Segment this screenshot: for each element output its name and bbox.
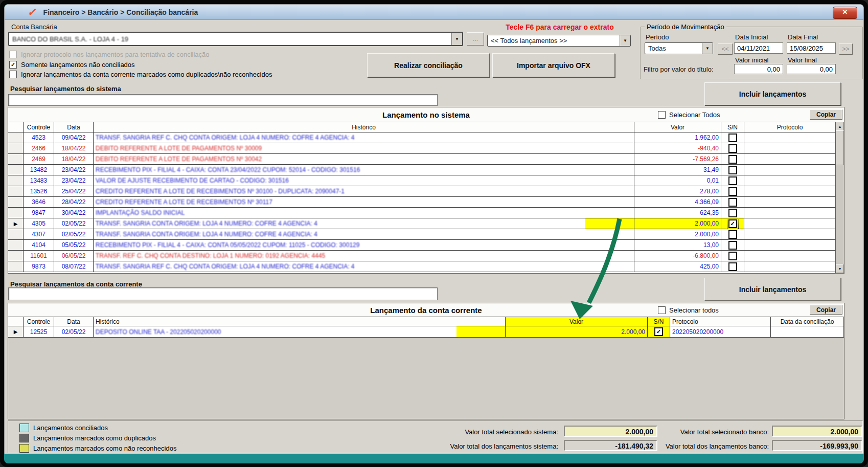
valor-cell: -940,40: [634, 143, 721, 154]
sn-checkbox[interactable]: [728, 230, 737, 239]
conta-bancaria-select[interactable]: BANCO DO BRASIL S.A. - LOJA 4 - 19 ▼: [8, 32, 463, 46]
sn-checkbox[interactable]: ✓: [728, 219, 737, 228]
sn-checkbox[interactable]: [728, 262, 737, 271]
column-header[interactable]: Data da conciliação: [771, 317, 844, 326]
column-header[interactable]: Protocolo: [670, 317, 771, 326]
scroll-down-icon[interactable]: ▼: [836, 264, 844, 273]
selecionar-todos-label: Selecionar todos: [669, 306, 719, 314]
sn-checkbox[interactable]: [728, 144, 737, 153]
legend-swatch-icon: [19, 444, 29, 453]
valor-final-field[interactable]: 0,00: [787, 64, 836, 74]
column-header[interactable]: Controle: [24, 122, 54, 132]
browse-conta-button[interactable]: ...: [467, 32, 484, 46]
periodo-select[interactable]: Todas ▼: [645, 42, 713, 54]
column-header[interactable]: Histórico: [94, 122, 634, 132]
column-header[interactable]: Valor: [506, 317, 648, 326]
copiar-banco-button[interactable]: Copiar: [810, 305, 842, 315]
valor-cell: 2.000,00: [634, 229, 721, 240]
chevron-down-icon[interactable]: ▼: [451, 33, 462, 45]
historico-cell: DEBITO REFERENTE A LOTE DE PAGAMENTOS Nº…: [94, 154, 634, 165]
incluir-lancamentos-banco-button[interactable]: Incluir lançamentos: [704, 278, 841, 301]
table-row[interactable]: ▶430502/05/22TRANSF. SANGRIA CONTA ORIGE…: [8, 218, 844, 229]
checkbox-icon[interactable]: [658, 111, 666, 119]
row-selector-cell: [8, 143, 24, 154]
data-final-field[interactable]: 15/08/2025: [787, 42, 836, 54]
column-header[interactable]: Controle: [24, 317, 54, 326]
sn-checkbox[interactable]: [728, 187, 737, 196]
data-cell: 23/04/22: [54, 165, 94, 175]
extrato-filter-select[interactable]: << Todos lançamentos >> ▼: [487, 35, 631, 47]
scrollbar-thumb[interactable]: [836, 130, 844, 165]
checkbox-icon[interactable]: [9, 51, 17, 58]
table-row[interactable]: 410405/05/22RECEBIMENTO PIX - FILIAL 4 -…: [8, 240, 844, 251]
column-header[interactable]: Data: [54, 317, 94, 326]
checkbox-icon[interactable]: [658, 306, 666, 314]
protocolo-cell: 202205020200000: [670, 326, 771, 338]
table-row[interactable]: 1352625/04/22CREDITO REFERENTE A LOTE DE…: [8, 186, 844, 197]
table-row[interactable]: 430702/05/22TRANSF. SANGRIA CONTA ORIGEM…: [8, 229, 844, 240]
row-selector-header[interactable]: [8, 317, 24, 326]
sn-checkbox[interactable]: [728, 155, 737, 164]
option-ignorar-protocolo[interactable]: Ignorar protocolo nos lançamentos para t…: [9, 51, 210, 58]
sn-checkbox[interactable]: [728, 252, 737, 260]
pesquisar-sistema-input[interactable]: [8, 94, 438, 106]
periodo-next-button[interactable]: >>: [839, 43, 853, 55]
table-row[interactable]: 246918/04/22DEBITO REFERENTE A LOTE DE P…: [8, 154, 844, 165]
sn-cell: ✓: [648, 326, 670, 338]
column-header[interactable]: Protocolo: [744, 122, 836, 132]
pesquisar-banco-input[interactable]: [8, 287, 438, 300]
table-row[interactable]: 987308/07/22TRANSF. SANGRIA REF C. CHQ C…: [8, 261, 844, 272]
periodo-group-title: Período de Movimentação: [645, 23, 726, 31]
valor-inicial-field[interactable]: 0,00: [734, 64, 783, 74]
checkbox-icon[interactable]: ✓: [9, 61, 17, 69]
column-header[interactable]: S/N: [721, 122, 744, 132]
extrato-filter-value: << Todos lançamentos >>: [488, 37, 620, 45]
data-cell: 05/05/22: [54, 240, 94, 251]
row-selector-header[interactable]: [8, 122, 24, 132]
chevron-down-icon[interactable]: ▼: [620, 35, 630, 46]
realizar-conciliacao-button[interactable]: Realizar conciliação: [367, 53, 490, 77]
table-row[interactable]: 1160106/05/22TRANSF. REF C. CHQ CONTA DE…: [8, 251, 844, 261]
column-header[interactable]: Valor: [634, 122, 721, 132]
scroll-up-icon[interactable]: ▲: [836, 122, 844, 131]
pesquisar-sistema-label: Pesquisar lançamentos do sistema: [10, 85, 121, 93]
sn-checkbox[interactable]: [728, 209, 737, 217]
selecionar-todos-banco[interactable]: Selecionar todos: [658, 306, 719, 314]
conta-bancaria-value: BANCO DO BRASIL S.A. - LOJA 4 - 19: [9, 35, 451, 43]
table-row[interactable]: 364628/04/22CREDITO REFERENTE A LOTE DE …: [8, 197, 844, 208]
table-row[interactable]: 1348323/04/22VALOR DE AJUSTE RECEBIMENTO…: [8, 175, 844, 186]
window-title: Financeiro > Bancário > Conciliação banc…: [43, 8, 198, 16]
column-header[interactable]: S/N: [648, 317, 670, 326]
sn-checkbox[interactable]: [728, 241, 737, 250]
checkbox-icon[interactable]: [9, 71, 17, 78]
sn-checkbox[interactable]: ✓: [654, 327, 663, 336]
option-ignorar-duplicados[interactable]: Ignorar lançamentos da conta corrente ma…: [9, 71, 272, 78]
row-selector-cell: [8, 165, 24, 175]
data-cell: 02/05/22: [54, 326, 94, 338]
table-row[interactable]: 452309/04/22TRANSF. SANGRIA REF C. CHQ C…: [8, 132, 844, 143]
table-row[interactable]: 984730/04/22IMPLANTAÇÃO SALDO INICIAL624…: [8, 208, 844, 218]
tot-banco-label: Valor total dos lançamentos banco:: [655, 442, 769, 450]
chevron-down-icon[interactable]: ▼: [702, 43, 713, 54]
column-header[interactable]: Data: [54, 122, 94, 132]
sn-checkbox[interactable]: [728, 166, 737, 174]
sn-checkbox[interactable]: [728, 198, 737, 207]
data-inicial-field[interactable]: 04/11/2021: [734, 42, 783, 54]
table-row[interactable]: 246618/04/22DEBITO REFERENTE A LOTE DE P…: [8, 143, 844, 154]
table-row[interactable]: ▶1252502/05/22DEPOSITO ONLINE TAA - 2022…: [8, 326, 844, 338]
historico-cell: TRANSF. SANGRIA REF C. CHQ CONTA ORIGEM:…: [94, 261, 634, 272]
column-header[interactable]: Histórico: [94, 317, 506, 326]
periodo-prev-button[interactable]: <<: [718, 43, 733, 55]
close-button[interactable]: ✕: [833, 7, 857, 19]
valor-cell: 278,00: [634, 186, 721, 197]
table-row[interactable]: 1348223/04/22RECEBIMENTO PIX - FILIAL 4 …: [8, 165, 844, 175]
sn-checkbox[interactable]: [728, 134, 737, 142]
copiar-sistema-button[interactable]: Copiar: [810, 109, 842, 120]
incluir-lancamentos-sistema-button[interactable]: Incluir lançamentos: [704, 82, 841, 105]
option-somente-nao-conciliados[interactable]: ✓ Somente lançamentos não conciliados: [9, 61, 135, 69]
sistema-table-scrollbar[interactable]: ▲ ▼: [835, 122, 844, 273]
valor-cell: 4.366,09: [634, 197, 721, 208]
sn-checkbox[interactable]: [728, 176, 737, 185]
selecionar-todos-sistema[interactable]: Selecionar Todos: [658, 111, 720, 119]
importar-ofx-button[interactable]: Importar arquivo OFX: [492, 53, 615, 77]
